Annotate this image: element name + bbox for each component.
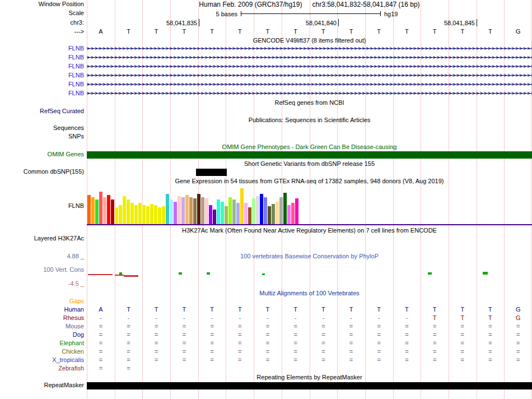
gtex-bar [213,210,216,224]
multiz-cell: = [198,340,226,347]
species-label-mouse[interactable]: Mouse [0,323,84,330]
species-label-gaps[interactable]: Gaps [0,298,84,305]
gtex-bar [99,192,102,224]
multiz-cell: = [226,340,254,347]
multiz-cell: = [254,331,282,338]
omim-title[interactable]: OMIM Gene Phenotypes - Dark Green Can Be… [87,143,532,151]
gene-label-flnb-6[interactable]: FLNB [0,90,84,97]
multiz-cell: = [393,331,421,338]
gene-label-flnb-5[interactable]: FLNB [0,81,84,88]
base-letter: T [170,28,198,35]
multiz-cell: = [421,356,449,364]
gtex-bar [146,206,150,224]
multiz-cell: T [115,306,143,313]
multiz-cell: = [142,348,170,355]
multiz-cell: = [477,323,505,330]
gtex-bar [174,202,177,224]
gtex-gene-label[interactable]: FLNB [0,202,84,210]
gene-transcript-row: >>>>>>>>>>>>>>>>>>>>>>>>>>>>>>>>>>>>>>>>… [87,72,532,79]
phylop-mark [262,273,265,275]
multiz-cell: - [170,314,198,322]
multiz-cell: G [504,306,532,313]
gene-label-flnb-2[interactable]: FLNB [0,54,84,61]
base-letter: T [142,28,170,35]
gene-label-flnb-4[interactable]: FLNB [0,72,84,79]
multiz-cell: T [421,314,449,322]
species-label-rhesus[interactable]: Rhesus [0,314,84,322]
base-letter: T [115,28,143,35]
dbsnp-variant-bar[interactable] [196,169,227,176]
multiz-cell: = [449,323,477,330]
multiz-cell: = [142,323,170,330]
base-letter: T [337,28,365,35]
refseq-curated-label[interactable]: RefSeq Curated [0,108,84,115]
h3k27ac-title[interactable]: H3K27Ac Mark (Often Found Near Active Re… [87,227,532,234]
gene-label-flnb-3[interactable]: FLNB [0,63,84,70]
multiz-title[interactable]: Multiz Alignments of 100 Vertebrates [87,290,532,297]
gtex-bar [276,202,279,224]
refseq-title[interactable]: RefSeq genes from NCBI [87,99,532,106]
gencode-title[interactable]: GENCODE V49lift37 (8 items filtered out) [87,37,532,44]
common-dbsnp-label[interactable]: Common dbSNP(155) [0,168,84,175]
dbsnp-title[interactable]: Short Genetic Variants from dbSNP releas… [87,160,532,168]
species-label-human[interactable]: Human [0,306,84,313]
multiz-cell: - [142,314,170,322]
gene-label-flnb-1[interactable]: FLNB [0,45,84,52]
gtex-bar [236,203,240,224]
species-label-x_tropicalis[interactable]: X_tropicalis [0,356,84,364]
ruler-tick-label: 58,041,840 [290,20,337,27]
sequences-label[interactable]: Sequences [0,124,84,132]
gtex-baseline [87,224,532,225]
multiz-cell: = [421,340,449,347]
repeatmasker-label[interactable]: RepeatMasker [0,382,84,389]
gtex-bar [150,204,153,224]
gtex-bar [134,205,138,224]
multiz-cell: = [504,356,532,364]
multiz-cell: T [449,306,477,313]
multiz-cell: T [449,314,477,322]
multiz-cell: = [115,331,143,338]
gtex-bar [260,194,263,224]
gtex-bar [291,203,295,224]
phylop-min-label: -4.5 _ [0,280,84,287]
multiz-cell: = [115,348,143,355]
publications-title[interactable]: Publications: Sequences in Scientific Ar… [87,117,532,124]
multiz-cell: = [421,331,449,338]
gtex-expression-chart[interactable] [87,188,300,224]
snps-label[interactable]: SNPs [0,133,84,140]
scale-bar-line [241,13,380,14]
multiz-cell: = [115,323,143,330]
multiz-cell: T [226,306,254,313]
multiz-cell: T [477,314,505,322]
multiz-cell: A [87,306,115,313]
base-letter: T [477,28,505,35]
repeatmasker-title[interactable]: Repeating Elements by RepeatMasker [87,374,532,381]
gtex-bar [95,200,99,224]
species-label-elephant[interactable]: Elephant [0,340,84,347]
gtex-bar [248,207,251,224]
repeatmasker-bar[interactable] [87,382,532,389]
species-label-zebrafish[interactable]: Zebrafish [0,365,84,372]
gtex-title[interactable]: Gene Expression in 54 tissues from GTEx … [87,178,532,185]
vert-cons-label[interactable]: 100 Vert. Cons [0,266,84,273]
multiz-cell: T [365,306,393,313]
omim-genes-bar[interactable] [87,151,532,159]
layered-h3k27ac-label[interactable]: Layered H3K27Ac [0,235,84,242]
phylop-max-label: 4.88 _ [0,253,84,260]
multiz-cell: = [254,348,282,355]
position-range: chr3:58,041,832-58,041,847 (16 bp) [312,1,419,8]
multiz-cell: = [365,356,393,364]
multiz-cell: = [449,331,477,338]
species-label-dog[interactable]: Dog [0,331,84,338]
phylop-title[interactable]: 100 vertebrates Basewise Conservation by… [87,253,532,260]
multiz-cell: = [142,356,170,364]
multiz-cell: = [504,323,532,330]
base-letter: T [198,28,226,35]
phylop-mark [124,275,138,277]
species-label-chicken[interactable]: Chicken [0,348,84,355]
omim-genes-label[interactable]: OMIM Genes [0,151,84,158]
multiz-cell: = [477,331,505,338]
multiz-cell: = [310,348,338,355]
multiz-cell: - [310,314,338,322]
multiz-cell: = [449,348,477,355]
